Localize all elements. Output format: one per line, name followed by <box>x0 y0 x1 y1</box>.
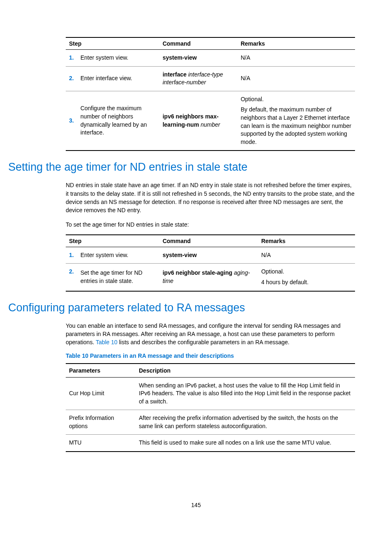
table-row: 3. Configure the maximum number of neigh… <box>66 91 355 151</box>
table-row: 2. Set the age timer for ND entries in s… <box>66 264 355 291</box>
step-description: Set the age timer for ND entries in stal… <box>77 264 159 291</box>
col-command: Command <box>159 37 238 50</box>
paragraph: To set the age timer for ND entries in s… <box>66 220 355 229</box>
step-number: 1. <box>66 50 77 67</box>
param-name: Prefix Information options <box>66 410 136 435</box>
page-number: 145 <box>0 502 392 508</box>
step-description: Configure the maximum number of neighbor… <box>77 91 159 151</box>
table-caption: Table 10 Parameters in an RA message and… <box>66 352 355 359</box>
step-remarks: Optional. By default, the maximum number… <box>238 91 355 151</box>
steps-table-1: Step Command Remarks 1. Enter system vie… <box>66 37 355 151</box>
step-remarks: N/A <box>238 66 355 91</box>
param-name: Cur Hop Limit <box>66 377 136 410</box>
params-table: Parameters Description Cur Hop Limit Whe… <box>66 363 355 452</box>
param-name: MTU <box>66 435 136 452</box>
section-heading-ra-params: Configuring parameters related to RA mes… <box>8 301 355 314</box>
table-row: 1. Enter system view. system-view N/A <box>66 50 355 67</box>
section-heading-stale-timer: Setting the age timer for ND entries in … <box>8 161 355 174</box>
step-number: 3. <box>66 91 77 151</box>
step-command: system-view <box>159 50 238 67</box>
step-command: system-view <box>159 247 258 264</box>
col-step: Step <box>66 37 159 50</box>
step-description: Enter interface view. <box>77 66 159 91</box>
col-step: Step <box>66 235 159 247</box>
step-number: 2. <box>66 264 77 291</box>
step-remarks: N/A <box>238 50 355 67</box>
steps-table-2: Step Command Remarks 1. Enter system vie… <box>66 234 355 292</box>
table-row: Prefix Information options After receivi… <box>66 410 355 435</box>
table-row: 2. Enter interface view. interface inter… <box>66 66 355 91</box>
step-command: ipv6 neighbors max-learning-num number <box>159 91 238 151</box>
col-remarks: Remarks <box>258 235 355 247</box>
step-description: Enter system view. <box>77 247 159 264</box>
step-command: interface interface-type interface-numbe… <box>159 66 238 91</box>
table-row: 1. Enter system view. system-view N/A <box>66 247 355 264</box>
table-row: Cur Hop Limit When sending an IPv6 packe… <box>66 377 355 410</box>
param-desc: When sending an IPv6 packet, a host uses… <box>136 377 355 410</box>
step-number: 1. <box>66 247 77 264</box>
table-row: MTU This field is used to make sure all … <box>66 435 355 452</box>
col-remarks: Remarks <box>238 37 355 50</box>
param-desc: This field is used to make sure all node… <box>136 435 355 452</box>
paragraph: ND entries in stale state have an age ti… <box>66 181 355 214</box>
step-remarks: N/A <box>258 247 355 264</box>
table-ref-link[interactable]: Table 10 <box>96 339 118 345</box>
param-desc: After receiving the prefix information a… <box>136 410 355 435</box>
col-parameters: Parameters <box>66 364 136 378</box>
col-command: Command <box>159 235 258 247</box>
step-number: 2. <box>66 66 77 91</box>
step-command: ipv6 neighbor stale-aging aging-time <box>159 264 258 291</box>
step-remarks: Optional. 4 hours by default. <box>258 264 355 291</box>
col-description: Description <box>136 364 355 378</box>
paragraph: You can enable an interface to send RA m… <box>66 322 355 347</box>
step-description: Enter system view. <box>77 50 159 67</box>
